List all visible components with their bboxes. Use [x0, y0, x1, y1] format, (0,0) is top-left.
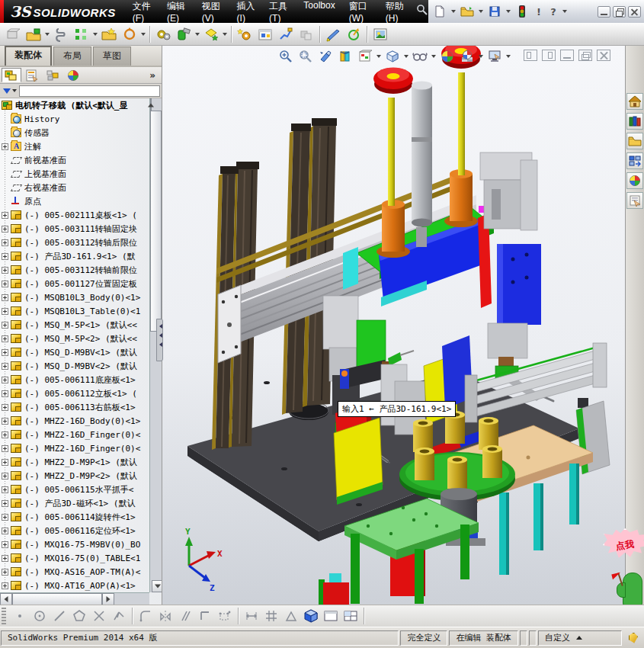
expand-icon[interactable] — [2, 514, 8, 521]
tree-item[interactable]: (-) 005-003112转轴前限位 — [0, 263, 149, 277]
mate-icon[interactable] — [51, 24, 71, 44]
interference-detection-icon[interactable] — [296, 24, 316, 44]
corner-rectangle-icon[interactable] — [196, 607, 214, 625]
tree-item[interactable]: (-) MSQB10L3_Table(0)<1 — [0, 304, 149, 318]
expand-icon[interactable] — [2, 500, 8, 507]
filter-funnel-icon[interactable] — [3, 88, 11, 94]
commandmanager-tab[interactable]: 装配体 — [5, 46, 52, 66]
sketch-angle-icon[interactable] — [282, 607, 300, 625]
tree-item[interactable]: (-) 005-006114旋转件<1> — [0, 510, 149, 524]
motion-study-icon[interactable] — [235, 24, 255, 44]
section-view-icon[interactable] — [336, 47, 354, 66]
expand-icon[interactable] — [2, 143, 8, 150]
mirror-entities-icon[interactable] — [156, 607, 175, 625]
trim-entities-icon[interactable] — [90, 607, 108, 625]
resources-home-icon[interactable] — [626, 93, 643, 110]
four-viewport-icon[interactable] — [341, 607, 360, 625]
new-document-caret[interactable] — [451, 10, 456, 13]
assembly-features-icon[interactable] — [174, 24, 194, 44]
close-button[interactable] — [628, 6, 641, 18]
expand-icon[interactable] — [2, 335, 8, 342]
menu-item[interactable]: 工具(T) — [263, 0, 296, 27]
reference-geometry-caret[interactable] — [223, 33, 227, 36]
expand-icon[interactable] — [2, 486, 8, 493]
extend-entities-icon[interactable] — [110, 607, 128, 625]
tree-item[interactable]: (-) 产品3D-磁环<1> (默认 — [0, 496, 149, 510]
tree-item[interactable]: (-) 005-006116定位环<1> — [0, 524, 149, 537]
doc-close-button[interactable] — [597, 50, 610, 61]
expand-icon[interactable] — [2, 377, 8, 383]
view-palette-icon[interactable] — [626, 152, 643, 169]
split-pane-left-icon[interactable] — [524, 50, 537, 61]
rebuild-trafficlight-icon[interactable] — [514, 4, 530, 19]
propertymanager-tab-icon[interactable] — [22, 68, 42, 82]
status-custom-dropdown[interactable]: 自定义 — [538, 630, 622, 646]
design-library-icon[interactable] — [626, 113, 643, 130]
move-component-caret[interactable] — [141, 33, 146, 36]
expand-icon[interactable] — [2, 404, 8, 411]
tree-item[interactable]: 原点 — [0, 194, 149, 208]
panel-overflow-chevron[interactable]: » — [149, 70, 160, 81]
tree-item[interactable]: (-) MHZ2-16D_Finger(0)< — [0, 441, 149, 455]
help-caret[interactable] — [562, 10, 567, 13]
open-document-icon[interactable] — [459, 4, 476, 19]
restore-button[interactable] — [613, 6, 626, 18]
appearances-scenes-icon[interactable] — [626, 172, 643, 189]
panel-splitter-handle[interactable] — [156, 319, 163, 361]
menu-item[interactable]: 文件(F) — [127, 0, 159, 27]
menu-item[interactable]: 视图(V) — [196, 0, 229, 27]
tree-item[interactable]: (-) 005-001127位置固定板 — [0, 277, 149, 290]
scroll-left-button[interactable] — [0, 593, 12, 605]
scroll-thumb[interactable] — [150, 111, 162, 332]
display-style-caret[interactable] — [404, 55, 409, 58]
tree-item[interactable]: 右视基准面 — [0, 181, 149, 194]
file-explorer-icon[interactable] — [626, 133, 643, 149]
scroll-thumb-horizontal[interactable] — [12, 593, 102, 605]
tree-item[interactable]: (-) 005-003112转轴后限位 — [0, 236, 149, 249]
scroll-right-button[interactable] — [102, 593, 114, 605]
assembly-features-caret[interactable] — [195, 33, 200, 36]
alert-icon[interactable]: ! — [533, 6, 545, 18]
display-style-icon[interactable] — [383, 47, 402, 66]
sketch-polygon-icon[interactable] — [70, 607, 88, 625]
view-settings-caret[interactable] — [506, 55, 511, 58]
smart-fasteners-icon[interactable] — [99, 24, 119, 44]
expand-icon[interactable] — [2, 267, 8, 274]
split-pane-right-icon[interactable] — [542, 50, 556, 61]
update-speedpak-icon[interactable] — [344, 24, 364, 44]
tree-item[interactable]: (-) 005-006112立板<1> ( — [0, 387, 149, 400]
expand-icon[interactable] — [2, 226, 8, 233]
spline-points-icon[interactable] — [216, 607, 234, 625]
expand-icon[interactable] — [2, 555, 8, 562]
tree-item[interactable]: (-) 005-002111桌板<1> ( — [0, 208, 149, 222]
tree-item[interactable]: 传感器 — [0, 126, 149, 140]
zoom-area-icon[interactable] — [296, 47, 315, 66]
custom-properties-icon[interactable] — [626, 192, 643, 209]
expand-icon[interactable] — [2, 239, 8, 246]
featuremanager-tab-icon[interactable] — [2, 68, 21, 82]
assembly-3d-model[interactable]: Y X Z — [162, 46, 644, 605]
sketch-circle-icon[interactable] — [30, 607, 49, 625]
edit-appearance-icon[interactable] — [438, 47, 457, 66]
component-pattern-icon[interactable] — [72, 24, 91, 44]
tree-item[interactable]: (-) MXQ16-75(0)_TABLE<1 — [0, 551, 149, 565]
tree-item[interactable]: (-) MHZ2-16D_Finger(0)< — [0, 428, 149, 441]
minimize-button[interactable] — [598, 6, 610, 18]
tree-item[interactable]: (-) 005-006113右筋板<1> — [0, 400, 149, 414]
expand-icon[interactable] — [2, 281, 8, 287]
isometric-view-icon[interactable] — [302, 607, 320, 625]
search-icon[interactable] — [416, 4, 428, 19]
sketch-fillet-icon[interactable] — [136, 607, 155, 625]
tree-item[interactable]: (-) MHZ2_D-M9P<2> (默认 — [0, 469, 149, 483]
menu-item[interactable]: 帮助(H) — [380, 0, 413, 27]
commandmanager-tab[interactable]: 布局 — [53, 47, 91, 66]
new-document-icon[interactable] — [431, 4, 448, 19]
tree-item[interactable]: 注解 — [0, 140, 149, 153]
expand-icon[interactable] — [2, 582, 8, 589]
filter-caret[interactable] — [12, 89, 17, 92]
expand-icon[interactable] — [2, 294, 8, 301]
tree-item[interactable]: (-) 005-003111转轴固定块 — [0, 222, 149, 236]
menu-item[interactable]: 编辑(E) — [161, 0, 194, 27]
move-component-icon[interactable] — [120, 24, 139, 44]
explode-line-sketch-icon[interactable] — [276, 24, 296, 44]
